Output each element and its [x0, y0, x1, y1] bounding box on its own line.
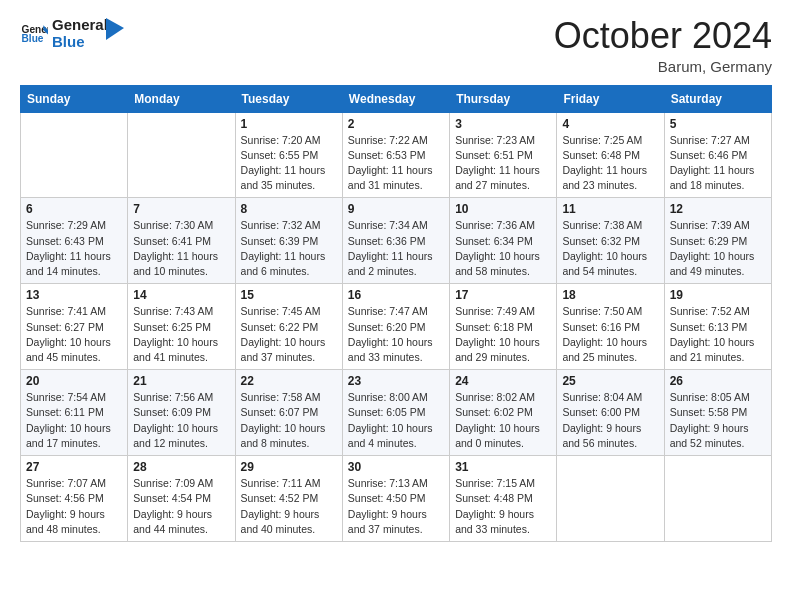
day-number: 7 [133, 202, 229, 216]
table-row: 3Sunrise: 7:23 AMSunset: 6:51 PMDaylight… [450, 112, 557, 198]
calendar-week-row: 6Sunrise: 7:29 AMSunset: 6:43 PMDaylight… [21, 198, 772, 284]
table-row: 1Sunrise: 7:20 AMSunset: 6:55 PMDaylight… [235, 112, 342, 198]
day-info: Sunrise: 7:34 AMSunset: 6:36 PMDaylight:… [348, 218, 444, 279]
table-row: 5Sunrise: 7:27 AMSunset: 6:46 PMDaylight… [664, 112, 771, 198]
calendar-week-row: 20Sunrise: 7:54 AMSunset: 6:11 PMDayligh… [21, 370, 772, 456]
table-row: 23Sunrise: 8:00 AMSunset: 6:05 PMDayligh… [342, 370, 449, 456]
day-info: Sunrise: 7:49 AMSunset: 6:18 PMDaylight:… [455, 304, 551, 365]
day-number: 12 [670, 202, 766, 216]
logo-general: General [52, 16, 108, 33]
col-thursday: Thursday [450, 85, 557, 112]
day-info: Sunrise: 7:30 AMSunset: 6:41 PMDaylight:… [133, 218, 229, 279]
day-number: 24 [455, 374, 551, 388]
day-number: 2 [348, 117, 444, 131]
day-number: 18 [562, 288, 658, 302]
table-row: 27Sunrise: 7:07 AMSunset: 4:56 PMDayligh… [21, 456, 128, 542]
day-number: 13 [26, 288, 122, 302]
table-row: 19Sunrise: 7:52 AMSunset: 6:13 PMDayligh… [664, 284, 771, 370]
table-row: 29Sunrise: 7:11 AMSunset: 4:52 PMDayligh… [235, 456, 342, 542]
day-number: 23 [348, 374, 444, 388]
table-row: 8Sunrise: 7:32 AMSunset: 6:39 PMDaylight… [235, 198, 342, 284]
day-number: 14 [133, 288, 229, 302]
table-row: 2Sunrise: 7:22 AMSunset: 6:53 PMDaylight… [342, 112, 449, 198]
day-info: Sunrise: 8:00 AMSunset: 6:05 PMDaylight:… [348, 390, 444, 451]
day-info: Sunrise: 7:54 AMSunset: 6:11 PMDaylight:… [26, 390, 122, 451]
calendar-table: Sunday Monday Tuesday Wednesday Thursday… [20, 85, 772, 542]
day-info: Sunrise: 7:45 AMSunset: 6:22 PMDaylight:… [241, 304, 337, 365]
table-row: 24Sunrise: 8:02 AMSunset: 6:02 PMDayligh… [450, 370, 557, 456]
table-row: 28Sunrise: 7:09 AMSunset: 4:54 PMDayligh… [128, 456, 235, 542]
day-info: Sunrise: 7:27 AMSunset: 6:46 PMDaylight:… [670, 133, 766, 194]
day-number: 8 [241, 202, 337, 216]
col-sunday: Sunday [21, 85, 128, 112]
day-info: Sunrise: 7:23 AMSunset: 6:51 PMDaylight:… [455, 133, 551, 194]
day-info: Sunrise: 7:29 AMSunset: 6:43 PMDaylight:… [26, 218, 122, 279]
calendar-week-row: 27Sunrise: 7:07 AMSunset: 4:56 PMDayligh… [21, 456, 772, 542]
table-row [557, 456, 664, 542]
day-number: 11 [562, 202, 658, 216]
table-row: 6Sunrise: 7:29 AMSunset: 6:43 PMDaylight… [21, 198, 128, 284]
col-saturday: Saturday [664, 85, 771, 112]
col-monday: Monday [128, 85, 235, 112]
day-number: 19 [670, 288, 766, 302]
table-row: 31Sunrise: 7:15 AMSunset: 4:48 PMDayligh… [450, 456, 557, 542]
location: Barum, Germany [554, 58, 772, 75]
day-info: Sunrise: 7:56 AMSunset: 6:09 PMDaylight:… [133, 390, 229, 451]
logo-blue: Blue [52, 33, 108, 50]
table-row: 4Sunrise: 7:25 AMSunset: 6:48 PMDaylight… [557, 112, 664, 198]
col-friday: Friday [557, 85, 664, 112]
table-row: 18Sunrise: 7:50 AMSunset: 6:16 PMDayligh… [557, 284, 664, 370]
day-info: Sunrise: 7:15 AMSunset: 4:48 PMDaylight:… [455, 476, 551, 537]
day-info: Sunrise: 7:52 AMSunset: 6:13 PMDaylight:… [670, 304, 766, 365]
calendar-week-row: 13Sunrise: 7:41 AMSunset: 6:27 PMDayligh… [21, 284, 772, 370]
table-row: 26Sunrise: 8:05 AMSunset: 5:58 PMDayligh… [664, 370, 771, 456]
day-info: Sunrise: 7:47 AMSunset: 6:20 PMDaylight:… [348, 304, 444, 365]
table-row: 11Sunrise: 7:38 AMSunset: 6:32 PMDayligh… [557, 198, 664, 284]
logo-icon: General Blue [20, 19, 48, 47]
day-number: 3 [455, 117, 551, 131]
day-number: 6 [26, 202, 122, 216]
table-row: 25Sunrise: 8:04 AMSunset: 6:00 PMDayligh… [557, 370, 664, 456]
col-tuesday: Tuesday [235, 85, 342, 112]
table-row: 16Sunrise: 7:47 AMSunset: 6:20 PMDayligh… [342, 284, 449, 370]
table-row: 7Sunrise: 7:30 AMSunset: 6:41 PMDaylight… [128, 198, 235, 284]
logo: General Blue General Blue [20, 16, 124, 51]
day-number: 17 [455, 288, 551, 302]
day-number: 1 [241, 117, 337, 131]
day-info: Sunrise: 8:02 AMSunset: 6:02 PMDaylight:… [455, 390, 551, 451]
day-number: 28 [133, 460, 229, 474]
day-info: Sunrise: 7:07 AMSunset: 4:56 PMDaylight:… [26, 476, 122, 537]
day-number: 9 [348, 202, 444, 216]
day-info: Sunrise: 7:20 AMSunset: 6:55 PMDaylight:… [241, 133, 337, 194]
day-info: Sunrise: 7:09 AMSunset: 4:54 PMDaylight:… [133, 476, 229, 537]
day-info: Sunrise: 8:04 AMSunset: 6:00 PMDaylight:… [562, 390, 658, 451]
day-number: 5 [670, 117, 766, 131]
table-row: 13Sunrise: 7:41 AMSunset: 6:27 PMDayligh… [21, 284, 128, 370]
day-info: Sunrise: 7:11 AMSunset: 4:52 PMDaylight:… [241, 476, 337, 537]
table-row: 22Sunrise: 7:58 AMSunset: 6:07 PMDayligh… [235, 370, 342, 456]
header: General Blue General Blue October 2024 B… [20, 16, 772, 75]
table-row: 21Sunrise: 7:56 AMSunset: 6:09 PMDayligh… [128, 370, 235, 456]
calendar-week-row: 1Sunrise: 7:20 AMSunset: 6:55 PMDaylight… [21, 112, 772, 198]
day-number: 25 [562, 374, 658, 388]
table-row [664, 456, 771, 542]
day-number: 10 [455, 202, 551, 216]
day-info: Sunrise: 7:50 AMSunset: 6:16 PMDaylight:… [562, 304, 658, 365]
day-number: 22 [241, 374, 337, 388]
table-row: 20Sunrise: 7:54 AMSunset: 6:11 PMDayligh… [21, 370, 128, 456]
svg-marker-4 [106, 18, 124, 40]
day-number: 30 [348, 460, 444, 474]
day-number: 21 [133, 374, 229, 388]
day-info: Sunrise: 8:05 AMSunset: 5:58 PMDaylight:… [670, 390, 766, 451]
day-number: 20 [26, 374, 122, 388]
day-info: Sunrise: 7:43 AMSunset: 6:25 PMDaylight:… [133, 304, 229, 365]
day-info: Sunrise: 7:39 AMSunset: 6:29 PMDaylight:… [670, 218, 766, 279]
table-row: 10Sunrise: 7:36 AMSunset: 6:34 PMDayligh… [450, 198, 557, 284]
day-info: Sunrise: 7:32 AMSunset: 6:39 PMDaylight:… [241, 218, 337, 279]
day-info: Sunrise: 7:38 AMSunset: 6:32 PMDaylight:… [562, 218, 658, 279]
title-block: October 2024 Barum, Germany [554, 16, 772, 75]
svg-text:Blue: Blue [22, 34, 44, 45]
day-info: Sunrise: 7:22 AMSunset: 6:53 PMDaylight:… [348, 133, 444, 194]
calendar-header-row: Sunday Monday Tuesday Wednesday Thursday… [21, 85, 772, 112]
table-row [128, 112, 235, 198]
